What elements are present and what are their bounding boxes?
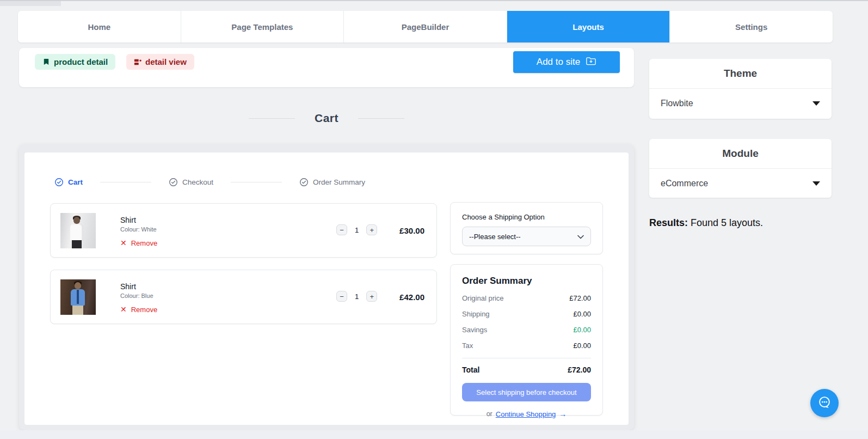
cart-item-row: Shirt Colour: Blue ✕ Remove − 1 + £42.00 — [50, 270, 437, 324]
tag-label: detail view — [145, 57, 187, 66]
summary-label: Tax — [462, 342, 473, 350]
check-circle-icon — [169, 178, 178, 187]
shipping-label: Choose a Shipping Option — [462, 213, 591, 221]
results-label: Results: — [649, 217, 688, 228]
step-checkout[interactable]: Checkout — [169, 178, 213, 187]
summary-value: £72.00 — [569, 294, 591, 302]
quantity-decrease-button[interactable]: − — [336, 291, 347, 302]
quantity-increase-button[interactable]: + — [366, 291, 377, 302]
add-to-site-button[interactable]: Add to site — [513, 51, 620, 73]
summary-row: Shipping £0.00 — [462, 310, 591, 318]
main-nav: Home Page Templates PageBuilder Layouts … — [18, 11, 833, 42]
summary-value: £0.00 — [573, 342, 591, 350]
footer-strip — [0, 430, 868, 439]
product-image-white-shirt — [60, 213, 96, 248]
check-circle-icon — [299, 178, 309, 187]
remove-item-button[interactable]: ✕ Remove — [120, 305, 157, 314]
tag-product-detail[interactable]: product detail — [35, 54, 115, 70]
quantity-stepper: − 1 + — [336, 224, 377, 235]
tab-home[interactable]: Home — [18, 11, 181, 42]
top-edge-shadow — [0, 1, 61, 6]
tag-detail-view[interactable]: detail view — [126, 54, 194, 70]
step-label: Checkout — [182, 178, 213, 186]
check-circle-icon — [54, 178, 64, 187]
total-label: Total — [462, 365, 479, 374]
remove-label: Remove — [131, 306, 157, 314]
item-variant: Colour: White — [120, 226, 157, 233]
product-image-blue-shirt — [60, 279, 96, 315]
chat-bubble-icon — [816, 394, 833, 412]
theme-panel-title: Theme — [649, 59, 832, 89]
quantity-value: 1 — [355, 226, 359, 234]
x-icon: ✕ — [120, 305, 127, 314]
add-to-site-label: Add to site — [537, 57, 580, 68]
bookmark-icon — [42, 58, 50, 66]
module-panel-title: Module — [649, 139, 832, 169]
quantity-decrease-button[interactable]: − — [336, 224, 347, 235]
or-label: or — [487, 410, 493, 418]
tag-label: product detail — [54, 57, 108, 66]
total-value: £72.00 — [568, 365, 591, 374]
step-order-summary[interactable]: Order Summary — [299, 178, 365, 187]
chevron-down-icon — [577, 233, 584, 241]
order-summary-title: Order Summary — [462, 276, 591, 286]
item-info: Shirt Colour: White — [120, 216, 157, 233]
step-divider — [231, 182, 282, 182]
summary-row: Savings £0.00 — [462, 326, 591, 334]
remove-item-button[interactable]: ✕ Remove — [120, 239, 157, 247]
tab-pagebuilder[interactable]: PageBuilder — [344, 11, 507, 42]
top-border — [0, 0, 868, 1]
theme-selected-value: Flowbite — [661, 99, 693, 108]
item-name: Shirt — [120, 282, 153, 291]
continue-shopping-link[interactable]: Continue Shopping — [496, 410, 556, 418]
summary-total-row: Total £72.00 — [462, 365, 591, 374]
summary-row: Original price £72.00 — [462, 294, 591, 302]
tab-layouts[interactable]: Layouts — [507, 11, 670, 42]
summary-label: Savings — [462, 326, 487, 334]
layout-toolbar-card: product detail detail view Add to site — [19, 48, 634, 87]
shipping-selected-value: --Please select-- — [469, 233, 521, 241]
preview-heading-row: Cart — [19, 109, 634, 127]
item-variant: Colour: Blue — [120, 292, 153, 299]
summary-label: Shipping — [462, 310, 490, 318]
item-price: £30.00 — [399, 226, 424, 235]
folder-add-icon — [586, 56, 596, 69]
item-name: Shirt — [120, 216, 157, 224]
step-label: Cart — [68, 178, 83, 186]
shipping-select[interactable]: --Please select-- — [462, 227, 591, 246]
layout-icon — [134, 58, 141, 66]
cart-item-row: Shirt Colour: White ✕ Remove − 1 + £30.0… — [50, 203, 437, 258]
checkout-steps: Cart Checkout Order Summary — [54, 178, 365, 187]
tab-settings[interactable]: Settings — [670, 11, 833, 42]
summary-value-savings: £0.00 — [573, 326, 591, 334]
theme-select[interactable]: Flowbite — [649, 89, 832, 118]
tab-page-templates[interactable]: Page Templates — [181, 11, 344, 42]
summary-value: £0.00 — [573, 310, 591, 318]
x-icon: ✕ — [120, 239, 127, 247]
results-line: Results: Found 5 layouts. — [649, 217, 763, 229]
caret-down-icon — [812, 101, 820, 106]
item-price: £42.00 — [399, 292, 424, 302]
chat-widget-button[interactable] — [810, 389, 839, 417]
theme-panel: Theme Flowbite — [649, 59, 832, 119]
summary-row: Tax £0.00 — [462, 342, 591, 350]
step-label: Order Summary — [313, 178, 365, 186]
caret-down-icon — [812, 181, 820, 186]
checkout-button[interactable]: Select shipping before checkout — [462, 383, 591, 401]
summary-label: Original price — [462, 294, 504, 302]
heading-rule-right — [358, 118, 404, 119]
step-divider — [100, 182, 151, 182]
cart-preview: Cart Checkout Order Summary — [24, 153, 629, 425]
quantity-stepper: − 1 + — [336, 291, 377, 302]
quantity-increase-button[interactable]: + — [366, 224, 377, 235]
remove-label: Remove — [131, 239, 157, 247]
module-select[interactable]: eCommerce — [649, 169, 832, 198]
continue-shopping-row: or Continue Shopping → — [462, 410, 591, 418]
step-cart[interactable]: Cart — [54, 178, 83, 187]
results-text: Found 5 layouts. — [691, 217, 763, 228]
summary-divider — [462, 358, 591, 358]
quantity-value: 1 — [355, 292, 359, 301]
heading-rule-left — [249, 118, 295, 119]
module-panel: Module eCommerce — [649, 139, 832, 198]
order-summary-card: Order Summary Original price £72.00 Ship… — [450, 264, 603, 416]
